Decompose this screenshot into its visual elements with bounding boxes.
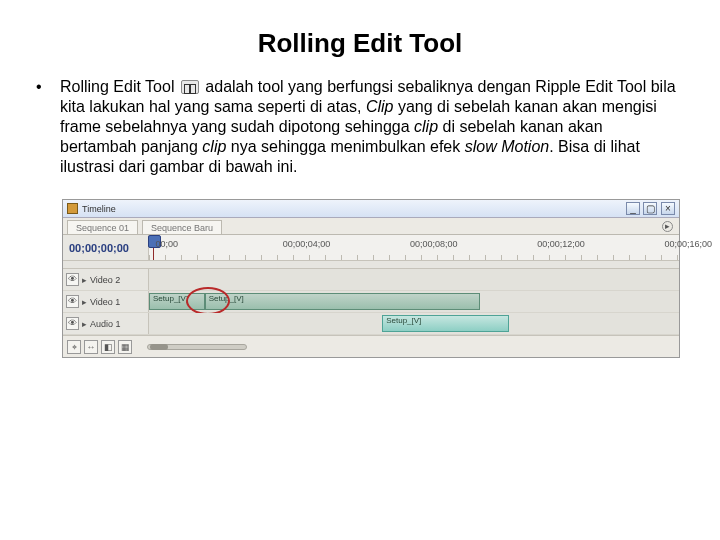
expand-icon[interactable]: ▸ <box>82 319 87 329</box>
panel-options-icon[interactable] <box>662 221 673 232</box>
tab-sequence-01[interactable]: Sequence 01 <box>67 220 138 234</box>
body-paragraph: • Rolling Edit Tool adalah tool yang ber… <box>0 77 720 177</box>
bullet-marker: • <box>36 77 60 97</box>
body-italic-3: clip <box>202 138 226 155</box>
maximize-button[interactable]: ▢ <box>643 202 657 215</box>
app-icon <box>67 203 78 214</box>
page-title: Rolling Edit Tool <box>0 28 720 59</box>
track-row: 👁▸Video 2 <box>63 269 679 291</box>
eye-icon[interactable]: 👁 <box>66 273 79 286</box>
track-lane[interactable] <box>149 269 679 290</box>
ruler-tick-label: 00;00;12;00 <box>537 239 585 249</box>
tool-button-3[interactable]: ▦ <box>118 340 132 354</box>
close-button[interactable]: × <box>661 202 675 215</box>
sequence-tabs: Sequence 01 Sequence Baru <box>63 218 679 235</box>
ruler-tick-label: 00;00;04;00 <box>283 239 331 249</box>
body-lead: Rolling Edit Tool <box>60 78 179 95</box>
track-header[interactable]: 👁▸Video 2 <box>63 269 149 290</box>
ruler-tick-label: 00;00 <box>156 239 179 249</box>
rolling-edit-tool-icon <box>181 80 199 94</box>
ruler-tick-label: 00;00;08;00 <box>410 239 458 249</box>
tab-sequence-baru[interactable]: Sequence Baru <box>142 220 222 234</box>
expand-icon[interactable]: ▸ <box>82 275 87 285</box>
time-ruler-row: 00;00;00;00 00;0000;00;04;0000;00;08;000… <box>63 235 679 261</box>
window-controls: _ ▢ × <box>625 202 675 215</box>
track-header[interactable]: 👁▸Video 1 <box>63 291 149 312</box>
clip[interactable]: Setup_[V] <box>149 293 205 310</box>
body-text: Rolling Edit Tool adalah tool yang berfu… <box>60 77 680 177</box>
track-name: Audio 1 <box>90 319 121 329</box>
eye-icon[interactable]: 👁 <box>66 295 79 308</box>
window-titlebar: Timeline _ ▢ × <box>63 200 679 218</box>
body-text-4: nya sehingga menimbulkan efek <box>226 138 464 155</box>
track-lane[interactable]: Setup_[V] <box>149 313 679 334</box>
tool-button-2[interactable]: ◧ <box>101 340 115 354</box>
snap-toggle-button[interactable]: ⌖ <box>67 340 81 354</box>
clip[interactable]: Setup_[V] <box>205 293 481 310</box>
timeline-panel: Timeline _ ▢ × Sequence 01 Sequence Baru… <box>62 199 680 358</box>
track-header[interactable]: 👁▸Audio 1 <box>63 313 149 334</box>
time-ruler[interactable]: 00;0000;00;04;0000;00;08;0000;00;12;0000… <box>149 235 679 260</box>
tool-button-1[interactable]: ↔ <box>84 340 98 354</box>
ruler-spacer <box>63 261 679 269</box>
body-italic-4: slow Motion <box>465 138 549 155</box>
playhead-icon[interactable] <box>153 235 154 260</box>
window-title: Timeline <box>82 204 116 214</box>
ruler-tick-label: 00;00;16;00 <box>664 239 712 249</box>
expand-icon[interactable]: ▸ <box>82 297 87 307</box>
minimize-button[interactable]: _ <box>626 202 640 215</box>
body-italic-1: Clip <box>366 98 394 115</box>
clip[interactable]: Setup_[V] <box>382 315 509 332</box>
track-name: Video 2 <box>90 275 120 285</box>
track-row: 👁▸Audio 1Setup_[V] <box>63 313 679 335</box>
zoom-slider[interactable] <box>147 344 247 350</box>
body-italic-2: clip <box>414 118 438 135</box>
track-row: 👁▸Video 1Setup_[V]Setup_[V] <box>63 291 679 313</box>
track-name: Video 1 <box>90 297 120 307</box>
playhead-timecode[interactable]: 00;00;00;00 <box>63 235 149 260</box>
timeline-controls: ⌖ ↔ ◧ ▦ <box>63 335 679 357</box>
track-lane[interactable]: Setup_[V]Setup_[V] <box>149 291 679 312</box>
eye-icon[interactable]: 👁 <box>66 317 79 330</box>
